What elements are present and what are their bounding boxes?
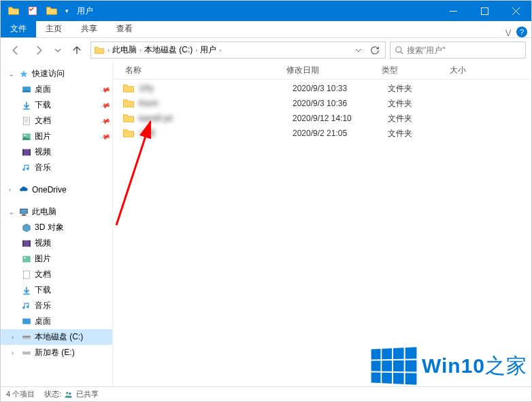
address-folder-icon <box>94 45 105 56</box>
search-icon <box>395 46 404 55</box>
onedrive-icon <box>18 184 29 195</box>
sidebar-item-music[interactable]: 音乐 <box>1 160 112 175</box>
ribbon-expand-icon[interactable]: ⋁ <box>505 29 511 36</box>
chevron-right-icon[interactable]: › <box>139 47 142 54</box>
chevron-right-icon[interactable]: › <box>12 334 18 341</box>
sidebar-item-downloads[interactable]: 下载 <box>1 282 112 298</box>
search-input[interactable] <box>407 46 521 55</box>
svg-rect-8 <box>22 149 31 155</box>
status-count: 4 个项目 <box>6 389 35 399</box>
chevron-right-icon[interactable]: › <box>219 47 221 54</box>
window-controls <box>437 1 531 21</box>
file-date: 2020/9/2 21:05 <box>293 129 388 138</box>
chevron-right-icon[interactable]: › <box>12 350 18 356</box>
file-row[interactable]: 1Pp 2020/9/3 10:33 文件夹 <box>113 81 531 96</box>
tab-view[interactable]: 查看 <box>107 20 142 37</box>
file-date: 2020/9/3 10:33 <box>293 84 388 93</box>
sidebar-item-desktop[interactable]: 桌面 <box>1 314 112 329</box>
app-folder-icon <box>5 1 22 21</box>
address-bar[interactable]: › 此电脑 › 本地磁盘 (C:) › 用户 › <box>90 41 386 58</box>
svg-point-7 <box>24 135 26 136</box>
qat-properties-icon[interactable] <box>24 1 41 21</box>
sidebar-item-downloads[interactable]: 下载📌 <box>1 97 112 113</box>
file-date: 2020/9/12 14:10 <box>293 114 388 123</box>
picture-icon <box>21 131 32 142</box>
qat-share-folder-icon[interactable] <box>43 1 61 21</box>
column-type[interactable]: 类型 <box>382 65 450 76</box>
back-button[interactable] <box>6 41 25 60</box>
search-box[interactable] <box>390 41 526 58</box>
file-type: 文件夹 <box>388 83 456 95</box>
file-tab[interactable]: 文件 <box>1 20 36 37</box>
pin-icon: 📌 <box>100 116 111 127</box>
chevron-right-icon[interactable]: › <box>107 47 110 54</box>
watermark-text: Win10之家 <box>422 352 527 380</box>
address-dropdown-icon[interactable] <box>351 43 366 58</box>
watermark: Win10之家 <box>369 348 527 384</box>
chevron-down-icon[interactable]: ⌄ <box>9 71 16 78</box>
sidebar-item-3d[interactable]: 3D 对象 <box>1 220 112 235</box>
sidebar-item-music[interactable]: 音乐 <box>1 298 112 314</box>
svg-point-27 <box>69 392 71 395</box>
column-size[interactable]: 大小 <box>450 65 491 76</box>
chevron-right-icon[interactable]: › <box>195 47 197 54</box>
video-icon <box>21 147 32 158</box>
recent-dropdown-icon[interactable] <box>52 41 63 60</box>
svg-rect-23 <box>22 335 31 337</box>
navigation-toolbar: › 此电脑 › 本地磁盘 (C:) › 用户 › <box>1 38 531 62</box>
forward-button[interactable] <box>29 41 48 60</box>
onedrive-header[interactable]: › OneDrive <box>1 182 112 197</box>
svg-rect-17 <box>29 240 31 246</box>
up-button[interactable] <box>67 41 86 60</box>
column-name[interactable]: 名称 <box>113 65 286 76</box>
navigation-pane[interactable]: ⌄ 快速访问 桌面📌 下载📌 文档📌 图片📌 视频 音乐 › OneDrive … <box>1 62 113 386</box>
desktop-icon <box>21 316 32 327</box>
breadcrumb-segment[interactable]: 用户 <box>200 44 216 56</box>
pc-icon <box>18 207 29 218</box>
breadcrumb-segment[interactable]: 本地磁盘 (C:) <box>144 44 193 56</box>
titlebar-left-icons: ▾ <box>1 1 71 21</box>
sidebar-item-documents[interactable]: 文档📌 <box>1 113 112 129</box>
chevron-down-icon[interactable]: ⌄ <box>9 209 16 216</box>
tab-home[interactable]: 主页 <box>36 20 71 37</box>
win10-logo-icon <box>371 347 417 384</box>
sidebar-item-drive-e[interactable]: ›新加卷 (E:) <box>1 345 112 361</box>
sidebar-item-pictures[interactable]: 图片📌 <box>1 129 112 144</box>
breadcrumb-segment[interactable]: 此电脑 <box>112 44 137 56</box>
sidebar-item-documents[interactable]: 文档 <box>1 267 112 282</box>
file-row[interactable]: 公用 2020/9/2 21:05 文件夹 <box>113 126 531 141</box>
sidebar-item-videos[interactable]: 视频 <box>1 144 112 160</box>
qat-dropdown-icon[interactable]: ▾ <box>62 1 71 21</box>
3d-icon <box>21 222 32 233</box>
content-pane: 名称 修改日期 类型 大小 1Pp 2020/9/3 10:33 文件夹 lhs… <box>113 62 531 386</box>
minimize-button[interactable] <box>437 1 469 21</box>
pin-icon: 📌 <box>100 84 111 95</box>
sidebar-item-videos[interactable]: 视频 <box>1 235 112 251</box>
svg-point-2 <box>396 46 401 52</box>
tab-share[interactable]: 共享 <box>71 20 107 37</box>
sidebar-item-pictures[interactable]: 图片 <box>1 251 112 267</box>
ribbon-tabs: 文件 主页 共享 查看 ⋁ ? <box>1 21 531 38</box>
close-button[interactable] <box>500 1 531 21</box>
this-pc-header[interactable]: ⌄ 此电脑 <box>1 204 112 220</box>
file-list: 1Pp 2020/9/3 10:33 文件夹 lhsml 2020/9/3 10… <box>113 80 531 142</box>
file-row[interactable]: lhsml 2020/9/3 10:36 文件夹 <box>113 96 531 111</box>
sidebar-item-drive-c[interactable]: ›本地磁盘 (C:) <box>1 329 112 345</box>
chevron-right-icon[interactable]: › <box>9 186 16 193</box>
column-headers[interactable]: 名称 修改日期 类型 大小 <box>113 62 531 80</box>
picture-icon <box>21 254 32 265</box>
svg-rect-4 <box>22 90 31 92</box>
svg-rect-14 <box>22 215 27 216</box>
quick-access-header[interactable]: ⌄ 快速访问 <box>1 66 112 82</box>
window-title: 用户 <box>77 5 437 17</box>
maximize-button[interactable] <box>469 1 500 21</box>
share-users-icon <box>64 390 73 399</box>
help-icon[interactable]: ? <box>516 27 527 37</box>
file-row[interactable]: kamdf pd 2020/9/12 14:10 文件夹 <box>113 111 531 126</box>
drive-icon <box>21 332 32 343</box>
file-name: 1Pp <box>139 84 293 93</box>
sidebar-item-desktop[interactable]: 桌面📌 <box>1 82 112 97</box>
refresh-icon[interactable] <box>367 43 382 58</box>
svg-rect-15 <box>22 240 31 246</box>
column-date[interactable]: 修改日期 <box>286 65 382 76</box>
